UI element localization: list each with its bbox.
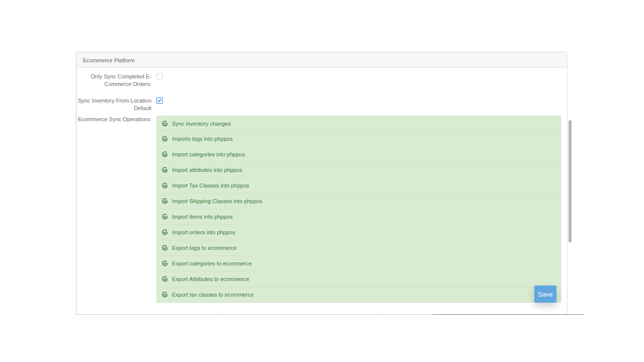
check-circle-icon <box>162 229 168 235</box>
op-label: Import attributes into phppos <box>172 167 242 173</box>
op-import-categories[interactable]: Import categories into phppos <box>156 147 561 162</box>
sync-inventory-checkbox[interactable] <box>156 98 163 104</box>
op-label: Import orders into phppos <box>172 229 235 235</box>
op-import-items[interactable]: Import items into phppos <box>156 209 561 225</box>
scrollbar-thumb[interactable] <box>569 120 572 242</box>
check-circle-icon <box>162 151 168 157</box>
op-label: Sync inventory changes <box>172 121 231 127</box>
panel-title: Ecommerce Platform <box>77 53 567 68</box>
panel-title-text: Ecommerce Platform <box>83 57 135 63</box>
ecommerce-sync-ops-list: Sync inventory changes Imports tags into… <box>156 116 561 303</box>
op-label: Export Attributes to ecommerce <box>172 276 249 282</box>
op-import-tax-classes[interactable]: Import Tax Classes into phppos <box>156 178 561 194</box>
op-import-attributes[interactable]: Import attributes into phppos <box>156 162 561 178</box>
check-circle-icon <box>162 198 168 204</box>
op-label: Export categories to ecommerce <box>172 260 252 266</box>
op-label: Import Shipping Classes into phppos <box>172 198 262 204</box>
check-circle-icon <box>162 245 168 251</box>
op-label: Import categories into phppos <box>172 151 245 157</box>
check-circle-icon <box>162 121 168 127</box>
op-label: Imports tags into phppos <box>172 136 232 142</box>
only-sync-completed-checkbox[interactable] <box>156 73 163 79</box>
panel-outer-top <box>75 51 569 52</box>
footer-divider <box>433 314 584 315</box>
op-export-categories[interactable]: Export categories to ecommerce <box>156 256 561 272</box>
save-button-label: Save <box>538 291 553 298</box>
op-imports-tags[interactable]: Imports tags into phppos <box>156 131 561 147</box>
op-label: Export tags to ecommerce <box>172 245 236 251</box>
op-label: Import items into phppos <box>172 214 232 220</box>
save-button[interactable]: Save <box>534 286 556 303</box>
check-circle-icon <box>162 292 168 298</box>
check-circle-icon <box>162 260 168 266</box>
check-circle-icon <box>162 214 168 220</box>
ecommerce-platform-panel: Ecommerce Platform Only Sync Completed E… <box>76 52 568 315</box>
op-import-orders[interactable]: Import orders into phppos <box>156 225 561 240</box>
only-sync-completed-label: Only Sync Completed E-Commerce Orders: <box>77 73 156 88</box>
check-circle-icon <box>162 276 168 282</box>
panel-outer-left <box>75 51 76 315</box>
op-export-tags[interactable]: Export tags to ecommerce <box>156 240 561 256</box>
check-circle-icon <box>162 136 168 142</box>
op-export-attributes[interactable]: Export Attributes to ecommerce <box>156 272 561 287</box>
op-label: Export tax classes to ecommerce <box>172 292 254 298</box>
op-export-tax-classes[interactable]: Export tax classes to ecommerce <box>156 287 561 303</box>
check-circle-icon <box>162 167 168 173</box>
op-label: Import Tax Classes into phppos <box>172 183 249 189</box>
sync-inventory-label: Sync Inventory From Location Default <box>77 97 156 112</box>
check-circle-icon <box>162 183 168 189</box>
op-sync-inventory-changes[interactable]: Sync inventory changes <box>156 116 561 131</box>
ecommerce-sync-ops-label: Ecommerce Sync Operations: <box>77 116 156 303</box>
op-import-shipping-classes[interactable]: Import Shipping Classes into phppos <box>156 194 561 209</box>
